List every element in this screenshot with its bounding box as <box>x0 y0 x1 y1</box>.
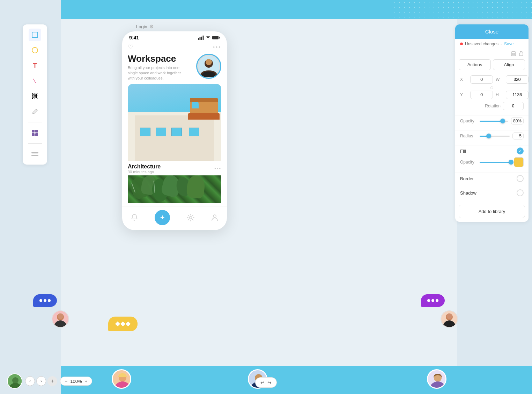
radius-track[interactable] <box>480 136 510 137</box>
mockup-action-bar: ♡ ••• <box>122 42 227 54</box>
position-section: X W Y H Rotation <box>455 73 529 115</box>
add-nav-button[interactable]: + <box>155 210 170 225</box>
svg-rect-9 <box>203 36 204 40</box>
x-input[interactable] <box>470 75 493 84</box>
fill-toggle[interactable]: ✓ <box>517 147 524 154</box>
bell-nav-icon[interactable] <box>131 214 138 221</box>
tab-align[interactable]: Align <box>493 59 525 70</box>
add-page-button[interactable]: + <box>47 376 57 386</box>
next-button[interactable]: › <box>36 376 46 386</box>
rotation-row: Rotation <box>460 102 524 110</box>
shadow-toggle[interactable] <box>517 189 524 196</box>
zoom-out-button[interactable]: − <box>64 378 68 384</box>
settings-gear-icon[interactable]: ⚙ <box>149 24 154 29</box>
card-info: Architecture 30 minutes ago ••• <box>128 161 221 175</box>
y-input[interactable] <box>470 91 493 99</box>
lock-icon[interactable] <box>519 51 524 57</box>
chat-bubble-purple <box>421 294 445 307</box>
person-avatar-2 <box>441 311 457 327</box>
pen-tool[interactable]: / <box>29 75 41 87</box>
save-link[interactable]: Save <box>504 41 513 46</box>
time-display: 9:41 <box>129 35 139 40</box>
border-section: Border <box>455 173 529 187</box>
radius-section: Radius 5 <box>455 130 529 145</box>
rectangle-tool[interactable] <box>29 29 41 41</box>
prev-button[interactable]: ‹ <box>25 376 35 386</box>
rotation-input[interactable] <box>503 102 524 110</box>
opacity-thumb[interactable] <box>500 119 505 123</box>
svg-rect-10 <box>212 36 219 39</box>
component-tool[interactable] <box>29 127 41 139</box>
card-more-icon[interactable]: ••• <box>214 166 221 171</box>
person-2-icon <box>442 311 456 327</box>
fill-color-swatch[interactable] <box>514 157 524 167</box>
bubble-blue-content <box>33 294 57 307</box>
border-toggle[interactable] <box>517 175 524 182</box>
h-input[interactable] <box>506 91 529 99</box>
avatar-blue-bubble <box>52 310 69 328</box>
hero-section: Workspace Bring all your projects into o… <box>128 54 221 81</box>
top-bar-dots <box>392 0 532 19</box>
redo-button[interactable]: ↪ <box>267 380 272 385</box>
bubble-dot-3 <box>48 299 51 302</box>
login-label: Login ⚙ <box>136 24 154 29</box>
y-label: Y <box>460 92 469 97</box>
top-bar <box>61 0 532 19</box>
mockup-content: Workspace Bring all your projects into o… <box>122 54 227 206</box>
purple-dot-1 <box>427 299 430 302</box>
radius-thumb[interactable] <box>486 134 491 138</box>
fill-opacity-fill <box>480 162 511 163</box>
radius-value: 5 <box>512 132 524 139</box>
nature-image <box>128 175 221 203</box>
heart-icon[interactable]: ♡ <box>128 43 133 51</box>
settings-nav-icon[interactable] <box>187 214 194 221</box>
fill-opacity-thumb[interactable] <box>509 160 513 165</box>
opacity-value: 80% <box>511 118 524 124</box>
h-label: H <box>496 92 504 97</box>
link-constraint-icon[interactable] <box>490 86 493 89</box>
status-icons <box>198 36 220 40</box>
fill-opacity-label: Opacity <box>460 160 477 165</box>
bottom-nav: + <box>122 206 227 230</box>
login-text: Login <box>136 24 147 29</box>
bottom-controls: ‹ › + − 100% + <box>7 373 92 389</box>
close-button[interactable]: Close <box>455 24 529 39</box>
battery-icon <box>212 36 220 40</box>
nav-arrows: ‹ › + <box>25 376 57 386</box>
svg-rect-5 <box>31 155 38 156</box>
svg-point-15 <box>189 216 192 219</box>
fill-opacity-track[interactable] <box>480 162 511 163</box>
svg-rect-4 <box>31 152 38 153</box>
profile-nav-icon[interactable] <box>211 214 219 221</box>
opacity-track[interactable] <box>480 121 508 122</box>
chat-bubble-blue <box>33 294 57 307</box>
right-panel: Close Unsaved changes - Save Actions Ali… <box>455 24 529 222</box>
pencil-tool[interactable] <box>29 105 41 118</box>
diamond-2 <box>120 321 125 326</box>
architecture-card[interactable]: Architecture 30 minutes ago ••• <box>128 84 221 175</box>
avatar-blonde <box>112 369 131 389</box>
text-tool[interactable]: T <box>29 59 41 72</box>
svg-rect-6 <box>198 38 199 40</box>
tab-actions[interactable]: Actions <box>459 59 491 70</box>
add-library-button[interactable]: Add to library <box>459 205 525 218</box>
hero-title: Workspace <box>128 54 182 64</box>
zoom-in-button[interactable]: + <box>84 378 88 384</box>
trash-icon[interactable] <box>511 51 516 57</box>
shadow-row: Shadow <box>460 189 524 196</box>
canvas-area <box>61 19 457 366</box>
image-tool[interactable]: 🖼 <box>29 90 41 103</box>
plugin-tool[interactable] <box>29 148 41 160</box>
w-input[interactable] <box>506 75 529 84</box>
undo-button[interactable]: ↩ <box>260 380 265 385</box>
ellipse-tool[interactable] <box>29 44 41 56</box>
rotation-label: Rotation <box>485 104 501 108</box>
wifi-icon <box>205 36 211 40</box>
svg-rect-7 <box>200 37 201 40</box>
w-label: W <box>496 77 504 82</box>
zoom-control: − 100% + <box>60 377 92 386</box>
more-options-icon[interactable]: ••• <box>213 44 221 50</box>
diamond-3 <box>126 321 131 326</box>
card-title: Architecture <box>128 164 161 170</box>
svg-point-35 <box>12 377 19 384</box>
